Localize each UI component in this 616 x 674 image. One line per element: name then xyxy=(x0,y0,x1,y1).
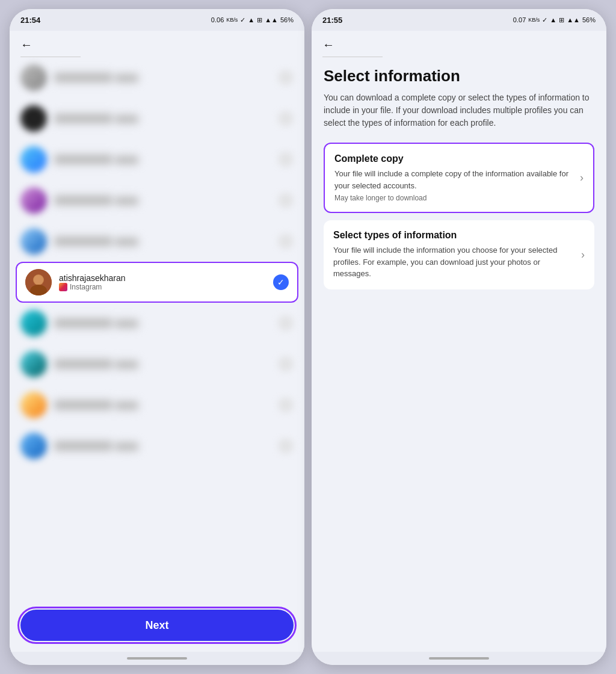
check-blurred-8 xyxy=(278,397,294,413)
status-bar-right: 21:55 0.07 KB/s ✓ ▲ ⊞ ▲▲ 56% xyxy=(312,9,606,31)
account-info-blurred-4: someusername subtext xyxy=(54,195,271,206)
instagram-icon xyxy=(59,283,67,291)
option-select-types-title: Select types of information xyxy=(333,230,576,241)
page-description: You can download a complete copy or sele… xyxy=(324,91,594,129)
avatar-teal2 xyxy=(20,351,47,377)
option-select-types-desc: Your file will include the information y… xyxy=(333,244,576,280)
account-info-blurred-5: someusername subtext xyxy=(54,236,271,247)
status-time-right: 21:55 xyxy=(322,16,342,25)
avatar-blue xyxy=(20,146,47,173)
left-phone: 21:54 0.06 KB/s ✓ ▲ ⊞ ▲▲ 56% ← someusern… xyxy=(10,9,304,665)
avatar-blurred-1 xyxy=(20,64,47,91)
account-info-blurred-2: someusername subtext xyxy=(54,113,271,124)
back-row-left: ← xyxy=(10,31,304,57)
app-content-right: ← Select information You can download a … xyxy=(312,31,606,652)
svg-point-3 xyxy=(34,275,43,285)
check-blurred-7 xyxy=(278,356,294,372)
account-info-blurred-8: someusername subtext xyxy=(54,400,271,410)
account-info-blurred-1: someusername subtext xyxy=(54,72,271,83)
option-complete-copy[interactable]: Complete copy Your file will include a c… xyxy=(324,143,594,213)
check-blurred-6 xyxy=(278,315,294,331)
option-select-types-text: Select types of information Your file wi… xyxy=(333,230,576,280)
chevron-icon-types: › xyxy=(581,249,585,261)
account-item-blurred-7[interactable]: someusername subtext xyxy=(10,344,304,385)
check-blurred-2 xyxy=(278,111,294,126)
option-complete-copy-note: May take longer to download xyxy=(334,194,575,202)
next-button[interactable]: Next xyxy=(20,610,294,641)
status-icons-left: 0.06 KB/s ✓ ▲ ⊞ ▲▲ 56% xyxy=(211,16,294,24)
account-platform: Instagram xyxy=(70,283,102,291)
option-complete-copy-text: Complete copy Your file will include a c… xyxy=(334,153,575,202)
select-info-content: Select information You can download a co… xyxy=(312,57,606,652)
back-icon-left[interactable]: ← xyxy=(20,38,32,52)
check-blurred-3 xyxy=(278,152,294,167)
back-row-right: ← xyxy=(312,31,606,57)
account-subtext: Instagram xyxy=(59,283,266,291)
home-indicator-right xyxy=(312,652,606,665)
account-item-blurred-6[interactable]: someusername subtext xyxy=(10,303,304,344)
account-info-blurred-7: someusername subtext xyxy=(54,359,271,369)
account-item-blurred-2[interactable]: someusername subtext xyxy=(10,98,304,139)
page-title: Select information xyxy=(324,67,594,85)
home-indicator-left xyxy=(10,652,304,665)
avatar-teal xyxy=(20,310,47,336)
right-phone: 21:55 0.07 KB/s ✓ ▲ ⊞ ▲▲ 56% ← Select in… xyxy=(312,9,606,665)
back-icon-right[interactable]: ← xyxy=(322,38,334,52)
status-bar-left: 21:54 0.06 KB/s ✓ ▲ ⊞ ▲▲ 56% xyxy=(10,9,304,31)
check-blurred-4 xyxy=(278,193,294,208)
bottom-btn-wrap: Next xyxy=(10,602,304,652)
check-selected: ✓ xyxy=(273,274,289,290)
app-content-left: ← someusername subtext someusername subt… xyxy=(10,31,304,652)
account-item-selected[interactable]: atishrajasekharan Instagram ✓ xyxy=(16,262,298,303)
account-item-blurred-9[interactable]: someusername subtext xyxy=(10,425,304,466)
avatar-real xyxy=(25,269,52,295)
account-item-blurred-5[interactable]: someusername subtext xyxy=(10,221,304,262)
check-blurred-9 xyxy=(278,438,294,454)
option-complete-copy-title: Complete copy xyxy=(334,153,575,164)
account-item-blurred-1[interactable]: someusername subtext xyxy=(10,57,304,98)
chevron-icon-complete: › xyxy=(580,172,584,184)
option-select-types[interactable]: Select types of information Your file wi… xyxy=(324,220,594,289)
check-blurred-5 xyxy=(278,233,294,249)
avatar-dark xyxy=(20,105,47,132)
option-complete-copy-desc: Your file will include a complete copy o… xyxy=(334,168,575,191)
account-item-blurred-3[interactable]: someusername subtext xyxy=(10,139,304,180)
status-time-left: 21:54 xyxy=(20,16,40,25)
avatar-purple xyxy=(20,187,47,214)
account-info-blurred-9: someusername subtext xyxy=(54,441,271,451)
account-item-blurred-8[interactable]: someusername subtext xyxy=(10,385,304,425)
account-info-blurred-6: someusername subtext xyxy=(54,318,271,329)
status-icons-right: 0.07 KB/s ✓ ▲ ⊞ ▲▲ 56% xyxy=(513,16,596,24)
account-info-real: atishrajasekharan Instagram xyxy=(59,273,266,291)
avatar-blue3 xyxy=(20,433,47,459)
avatar-yellow xyxy=(20,392,47,418)
avatar-blue2 xyxy=(20,228,47,255)
accounts-list: someusername subtext someusername subtex… xyxy=(10,57,304,602)
home-bar-right xyxy=(429,657,489,660)
account-item-blurred-4[interactable]: someusername subtext xyxy=(10,180,304,221)
check-blurred-1 xyxy=(278,70,294,85)
account-info-blurred-3: someusername subtext xyxy=(54,154,271,165)
account-username: atishrajasekharan xyxy=(59,273,266,283)
home-bar-left xyxy=(127,657,187,660)
